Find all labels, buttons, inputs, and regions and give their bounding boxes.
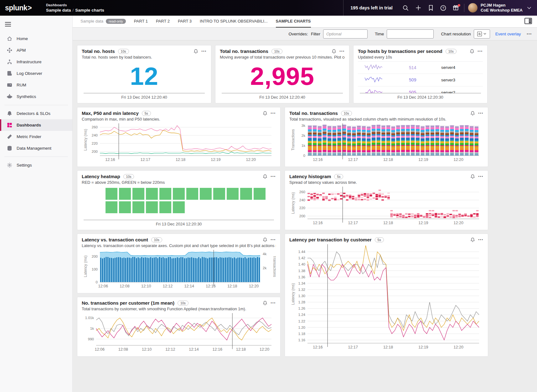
tab-sample-data[interactable]: Sample dataread-only bbox=[80, 16, 126, 28]
card-subtitle: Spread of latency values across time. bbox=[289, 180, 483, 185]
latency-per-transaction-chart[interactable]: 1.161.181.201.221.241.261.281.301.321.34… bbox=[289, 242, 483, 350]
chart-resolution-dropdown[interactable] bbox=[474, 29, 490, 39]
card-menu-icon[interactable]: ••• bbox=[478, 49, 483, 53]
card-menu-icon[interactable]: ••• bbox=[339, 49, 345, 53]
detectors-icon bbox=[7, 111, 13, 116]
chevron-down-icon[interactable] bbox=[526, 6, 533, 10]
svg-text:1.18: 1.18 bbox=[298, 332, 305, 336]
sidebar-item-rum[interactable]: RUM bbox=[0, 79, 72, 91]
tab-part-1[interactable]: PART 1 bbox=[134, 16, 148, 28]
svg-text:220: 220 bbox=[299, 206, 305, 210]
splunk-logo[interactable]: splunk> bbox=[5, 4, 32, 12]
user-name: PCJM Hagen bbox=[481, 3, 523, 8]
card-menu-icon[interactable]: ••• bbox=[201, 49, 207, 53]
bell-icon[interactable] bbox=[263, 111, 267, 116]
tab-sample-charts[interactable]: SAMPLE CHARTS bbox=[276, 16, 311, 28]
sidebar-item-log-observer[interactable]: Log Observer bbox=[0, 68, 72, 79]
breadcrumb-section: Dashboards bbox=[46, 3, 104, 7]
top-host-row-server4[interactable]: 514server4 bbox=[358, 61, 483, 74]
trial-countdown: 195 days left in trial bbox=[343, 0, 400, 16]
bookmark-icon[interactable] bbox=[425, 0, 437, 16]
svg-text:12:16: 12:16 bbox=[313, 157, 323, 162]
latency-vs-transactions-chart[interactable]: 01002002k4kLatency (ms)Transactions12:06… bbox=[82, 248, 276, 289]
svg-text:4k: 4k bbox=[263, 252, 266, 256]
bell-icon[interactable] bbox=[470, 174, 475, 179]
bell-icon[interactable] bbox=[263, 301, 267, 306]
tab-intro-to-splunk-observabili[interactable]: INTRO TO SPLUNK OBSERVABILI... bbox=[200, 16, 268, 28]
card-menu-icon[interactable]: ••• bbox=[271, 175, 276, 178]
svg-text:1.16: 1.16 bbox=[298, 338, 305, 342]
filter-input[interactable] bbox=[323, 29, 368, 39]
sidebar-item-synthetics[interactable]: Synthetics bbox=[0, 91, 72, 102]
sidebar-item-apm[interactable]: APM bbox=[0, 44, 72, 56]
svg-text:Latency (ms): Latency (ms) bbox=[291, 283, 295, 305]
sidebar-item-infrastructure[interactable]: Infrastructure bbox=[0, 56, 72, 68]
svg-text:240: 240 bbox=[92, 133, 98, 137]
bell-icon[interactable] bbox=[470, 237, 475, 242]
settings-icon bbox=[7, 162, 13, 168]
sidebar-item-label: Home bbox=[17, 36, 28, 41]
bell-icon[interactable] bbox=[332, 49, 336, 54]
hamburger-menu-icon[interactable] bbox=[5, 22, 72, 28]
sidebar-item-dashboards[interactable]: Dashboards bbox=[0, 119, 72, 131]
create-plus-icon[interactable] bbox=[412, 0, 425, 16]
bell-icon[interactable] bbox=[470, 111, 475, 116]
svg-text:0: 0 bbox=[303, 154, 305, 157]
bell-icon[interactable] bbox=[263, 174, 267, 179]
sidebar-item-data-management[interactable]: Data Management bbox=[0, 142, 72, 154]
time-input[interactable] bbox=[387, 29, 434, 39]
top-host-row-server3[interactable]: 509server3 bbox=[358, 74, 483, 86]
card-menu-icon[interactable]: ••• bbox=[271, 238, 276, 241]
card-menu-icon[interactable]: ••• bbox=[478, 111, 483, 115]
latency-heatmap-chart[interactable] bbox=[82, 185, 276, 214]
svg-text:12:16: 12:16 bbox=[206, 284, 215, 288]
tab-part-3[interactable]: PART 3 bbox=[178, 16, 192, 28]
card-menu-icon[interactable]: ••• bbox=[271, 301, 276, 305]
avatar[interactable] bbox=[468, 3, 478, 13]
max-p50-min-latency-chart[interactable]: 200220240260Latency (ms)12:1612:1712:181… bbox=[82, 121, 276, 162]
bell-icon[interactable] bbox=[194, 49, 198, 54]
single-value-transactions: 2,995 bbox=[220, 59, 345, 93]
svg-text:200: 200 bbox=[92, 255, 98, 258]
latency-histogram-chart[interactable]: 200220240260Latency (ms)12:1612:1712:181… bbox=[289, 185, 483, 226]
stacked-transactions-chart[interactable]: 01k2k3kTransactions12:1612:1712:1812:191… bbox=[289, 121, 483, 162]
top-host-row-server2[interactable]: 505server2 bbox=[358, 86, 483, 93]
whats-new-gift-icon[interactable] bbox=[450, 0, 462, 16]
svg-text:12:20: 12:20 bbox=[246, 157, 256, 162]
card-menu-icon[interactable]: ••• bbox=[478, 238, 483, 241]
sidebar-item-settings[interactable]: Settings bbox=[0, 159, 72, 171]
help-icon[interactable]: ? bbox=[437, 0, 450, 16]
filter-label: Filter bbox=[311, 32, 320, 36]
bell-icon[interactable] bbox=[263, 237, 267, 242]
svg-text:12:19: 12:19 bbox=[418, 221, 428, 225]
card-title: Total no. transactions bbox=[289, 111, 338, 116]
sidebar-divider bbox=[4, 157, 68, 157]
host-sparkline bbox=[358, 76, 389, 84]
svg-text:12:12: 12:12 bbox=[163, 284, 173, 288]
bell-icon[interactable] bbox=[470, 49, 474, 54]
card-menu-icon[interactable]: ••• bbox=[271, 111, 276, 115]
tab-part-2[interactable]: PART 2 bbox=[156, 16, 170, 28]
infrastructure-icon bbox=[7, 59, 13, 65]
tab-label: INTRO TO SPLUNK OBSERVABILI... bbox=[200, 19, 268, 23]
sidebar-item-metric-finder[interactable]: Metric Finder bbox=[0, 131, 72, 142]
sidebar-item-home[interactable]: Home bbox=[0, 33, 72, 44]
transactions-per-customer-chart[interactable]: 9901k1.01k12:0612:0812:1012:1212:1412:16… bbox=[82, 311, 276, 352]
breadcrumb-dashboard-group[interactable]: Sample data bbox=[46, 8, 71, 13]
home-icon bbox=[7, 36, 13, 42]
sidebar-item-detectors-slos[interactable]: Detectors & SLOs bbox=[0, 108, 72, 119]
side-panel-toggle-icon[interactable] bbox=[524, 18, 532, 25]
card-menu-icon[interactable]: ••• bbox=[478, 175, 483, 178]
host-name: server3 bbox=[436, 78, 483, 82]
toolbar-overflow-menu[interactable]: ••• bbox=[527, 32, 532, 36]
tab-label: Sample data bbox=[80, 19, 103, 23]
card-latency-histogram: Latency histogram 5s ••• Spread of laten… bbox=[285, 170, 488, 230]
event-overlay-link[interactable]: Event overlay bbox=[495, 32, 521, 36]
resolution-badge: 10s bbox=[178, 301, 188, 306]
notification-dot bbox=[458, 4, 460, 7]
host-value: 509 bbox=[389, 77, 436, 82]
search-icon[interactable] bbox=[400, 0, 412, 16]
card-latency-heatmap: Latency heatmap 10s ••• RED = above 250m… bbox=[77, 170, 281, 230]
tab-label: PART 2 bbox=[156, 19, 170, 23]
resolution-badge: 5s bbox=[142, 111, 151, 116]
